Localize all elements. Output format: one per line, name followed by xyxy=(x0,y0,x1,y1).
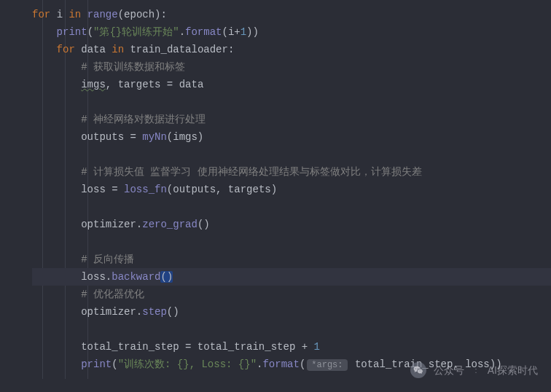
variable: outputs xyxy=(81,131,124,143)
selection: () xyxy=(160,271,173,283)
builtin-range: range xyxy=(87,9,118,20)
code-line[interactable]: loss = loss_fn(outputs, targets) xyxy=(32,181,551,198)
variable: data xyxy=(81,44,106,55)
variable: optimizer xyxy=(81,219,136,230)
code-line[interactable]: # 优化器优化 xyxy=(32,286,551,303)
comment: # 神经网络对数据进行处理 xyxy=(81,114,206,125)
comment: # 获取训练数据和标签 xyxy=(81,61,185,73)
variable: i xyxy=(57,9,63,20)
code-line[interactable]: for data in train_dataloader: xyxy=(32,41,551,58)
watermark-separator: ： xyxy=(472,361,480,379)
keyword-for: for xyxy=(57,44,75,55)
wechat-icon xyxy=(410,362,426,378)
method-call: backward xyxy=(112,271,160,283)
variable: total_train_step xyxy=(198,341,295,353)
string-literal: "训练次数: {}, Loss: {}" xyxy=(118,358,257,370)
code-line-highlighted[interactable]: loss.backward() xyxy=(32,268,551,286)
watermark-label: AI探索时代 xyxy=(488,361,538,379)
code-line[interactable]: # 神经网络对数据进行处理 xyxy=(32,111,551,128)
number-literal: 1 xyxy=(241,26,246,38)
keyword-in: in xyxy=(112,44,124,55)
method-format: format xyxy=(185,26,222,38)
code-line[interactable]: for i in range(epoch): xyxy=(32,6,551,23)
function-call: loss_fn xyxy=(124,184,167,195)
code-line[interactable] xyxy=(32,233,551,251)
variable: train_dataloader xyxy=(130,44,227,55)
keyword-in: in xyxy=(69,9,81,20)
method-call: zero_grad xyxy=(142,219,198,230)
variable: loss xyxy=(81,184,106,195)
watermark: 公众号 ： AI探索时代 xyxy=(410,361,538,379)
builtin-print: print xyxy=(81,358,112,370)
function-call: myNn xyxy=(142,131,167,143)
code-line[interactable]: print("第{}轮训练开始".format(i+1)) xyxy=(32,23,551,41)
method-call: step xyxy=(142,306,167,318)
string-literal: "第{}轮训练开始" xyxy=(93,26,179,38)
code-line[interactable]: outputs = myNn(imgs) xyxy=(32,128,551,146)
code-line[interactable] xyxy=(32,146,551,163)
number-literal: 1 xyxy=(314,341,320,353)
comment: # 优化器优化 xyxy=(81,289,144,300)
variable-warn: imgs xyxy=(81,79,106,90)
code-line[interactable]: optimizer.zero_grad() xyxy=(32,216,551,233)
code-line[interactable] xyxy=(32,198,551,216)
code-line[interactable]: # 获取训练数据和标签 xyxy=(32,58,551,76)
comment: # 反向传播 xyxy=(81,254,134,265)
code-editor[interactable]: for i in range(epoch): print("第{}轮训练开始".… xyxy=(0,0,551,379)
variable: loss xyxy=(81,271,106,283)
variable: total_train_step xyxy=(81,341,179,353)
comment: # 计算损失值 监督学习 使用神经网络处理结果与标签做对比，计算损失差 xyxy=(81,166,422,178)
variable: optimizer xyxy=(81,306,136,318)
builtin-print: print xyxy=(57,26,87,38)
code-line[interactable] xyxy=(32,321,551,338)
variable: data xyxy=(179,79,204,90)
keyword-for: for xyxy=(32,9,50,20)
code-line[interactable]: total_train_step = total_train_step + 1 xyxy=(32,338,551,356)
code-line[interactable] xyxy=(32,93,551,111)
code-line[interactable]: # 反向传播 xyxy=(32,251,551,268)
parameter-hint: *args: xyxy=(307,359,347,371)
method-format: format xyxy=(262,358,299,370)
code-line[interactable]: imgs, targets = data xyxy=(32,76,551,93)
code-line[interactable]: optimizer.step() xyxy=(32,303,551,321)
code-line[interactable]: # 计算损失值 监督学习 使用神经网络处理结果与标签做对比，计算损失差 xyxy=(32,163,551,181)
variable: epoch xyxy=(124,9,155,20)
variable: targets xyxy=(118,79,161,90)
watermark-label: 公众号 xyxy=(434,361,464,379)
